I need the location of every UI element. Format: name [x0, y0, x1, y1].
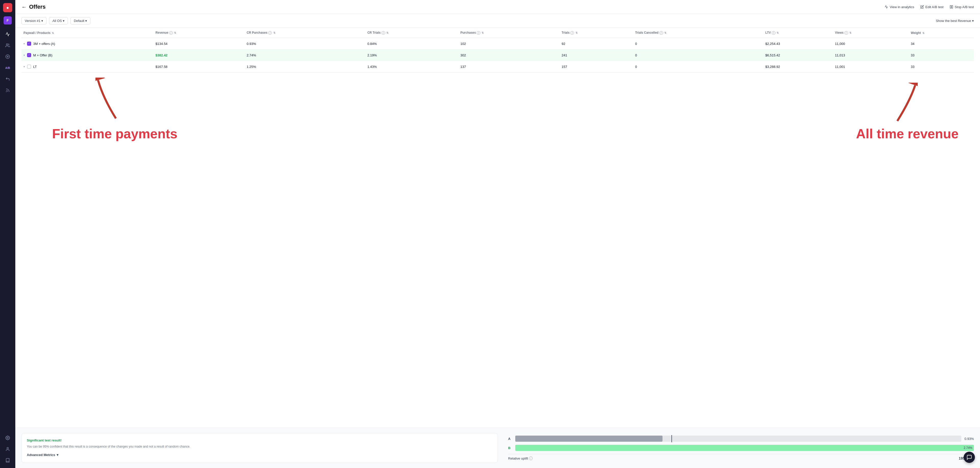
sidebar-user-icon[interactable]	[3, 444, 12, 454]
cr-trials-cell: 1.43%	[365, 61, 458, 72]
sidebar-gear-icon[interactable]	[3, 433, 12, 443]
chevron-down-icon: ▾	[57, 453, 59, 457]
stop-ab-test-button[interactable]: Stop A/B test	[950, 5, 974, 9]
weight-cell: 33	[909, 61, 974, 72]
svg-rect-7	[952, 6, 953, 8]
svg-point-2	[6, 55, 10, 59]
info-icon[interactable]: i	[570, 31, 574, 35]
chevron-down-icon: ▾	[41, 19, 43, 23]
bar-a-label: A	[508, 437, 512, 441]
ltv-cell: $2,254.43	[763, 38, 833, 49]
info-icon[interactable]: i	[169, 31, 173, 35]
bar-b-track: 2.74%	[515, 445, 974, 451]
table-row: ▾ M + Offer (B) $382.42 2.74% 2.19% 302 …	[21, 49, 974, 61]
show-best-button[interactable]: Show the best Revenue ▾	[936, 19, 974, 23]
trials-cell: 241	[560, 49, 633, 61]
info-icon[interactable]: i	[529, 457, 533, 460]
stats-card: Significant test result! You can be 95% …	[21, 433, 498, 463]
col-header-trials: Trials i ⇅	[560, 28, 633, 38]
cr-trials-cell: 2.19%	[365, 49, 458, 61]
trials-cell: 157	[560, 61, 633, 72]
info-icon[interactable]: i	[268, 31, 272, 35]
views-cell: 11,000	[833, 38, 908, 49]
os-filter[interactable]: All OS ▾	[49, 17, 68, 24]
sort-icon[interactable]: ⇅	[174, 31, 176, 34]
sort-icon[interactable]: ⇅	[776, 31, 779, 34]
trials-cancelled-cell: 0	[633, 61, 763, 72]
sort-icon[interactable]: ⇅	[273, 31, 275, 34]
info-icon[interactable]: i	[477, 31, 480, 35]
chat-bubble-button[interactable]	[964, 452, 975, 463]
back-button[interactable]: ←	[21, 4, 27, 10]
trials-cancelled-cell: 0	[633, 38, 763, 49]
arrow-left-icon	[95, 78, 126, 124]
stop-icon	[950, 5, 953, 9]
sidebar-settings-circle-icon[interactable]	[3, 52, 12, 61]
sort-icon[interactable]: ⇅	[482, 31, 484, 34]
col-header-name: Paywall / Products ⇅	[21, 28, 153, 38]
purchases-cell: 102	[458, 38, 560, 49]
bar-divider	[671, 435, 672, 442]
sort-icon[interactable]: ⇅	[922, 32, 924, 35]
annotation-area: First time payments All time revenue	[21, 72, 974, 149]
sidebar-undo-icon[interactable]	[3, 75, 12, 84]
svg-point-1	[7, 56, 8, 57]
sidebar-users-icon[interactable]	[3, 41, 12, 50]
row-checkbox[interactable]	[27, 53, 31, 57]
user-avatar[interactable]: F	[3, 16, 12, 24]
svg-rect-6	[950, 6, 951, 8]
info-icon[interactable]: i	[845, 31, 848, 35]
info-icon[interactable]: i	[659, 31, 663, 35]
sort-icon[interactable]: ⇅	[664, 31, 667, 34]
sidebar-analytics-icon[interactable]	[3, 30, 12, 39]
trials-cell: 92	[560, 38, 633, 49]
sort-icon[interactable]: ⇅	[850, 31, 851, 34]
sort-icon[interactable]: ⇅	[52, 32, 54, 35]
bottom-section: Significant test result! You can be 95% …	[15, 428, 980, 468]
sidebar-rss-icon[interactable]	[3, 86, 12, 95]
svg-point-5	[7, 447, 8, 449]
ltv-cell: $3,288.92	[763, 61, 833, 72]
sidebar-book-icon[interactable]	[3, 456, 12, 465]
bar-row-b: B 2.74%	[508, 445, 974, 451]
chevron-down-icon: ▾	[63, 19, 65, 23]
edit-ab-test-button[interactable]: Edit A/B test	[920, 5, 943, 9]
default-filter[interactable]: Default ▾	[70, 17, 90, 24]
info-icon[interactable]: i	[382, 31, 385, 35]
row-name: 3M + offers (A)	[33, 42, 55, 46]
expand-chevron[interactable]: ▾	[24, 65, 25, 68]
purchases-cell: 302	[458, 49, 560, 61]
revenue-cell: $167.58	[153, 61, 245, 72]
info-icon[interactable]: i	[772, 31, 775, 35]
sort-icon[interactable]: ⇅	[576, 31, 578, 34]
row-name-cell: ▾ 3M + offers (A)	[24, 41, 151, 46]
bar-a-track	[515, 436, 961, 442]
version-filter[interactable]: Version #1 ▾	[21, 17, 46, 24]
sort-icon[interactable]: ⇅	[387, 31, 388, 34]
row-checkbox[interactable]	[27, 41, 31, 46]
cr-purchases-cell: 1.25%	[245, 61, 366, 72]
col-header-purchases: Purchases i ⇅	[458, 28, 560, 38]
svg-point-3	[6, 92, 6, 92]
advanced-metrics-button[interactable]: Advanced Metrics ▾	[27, 453, 493, 457]
bar-chart-section: A 0.93% B 2.74% Relative uplift	[508, 433, 974, 463]
views-cell: 11,013	[833, 49, 908, 61]
expand-chevron[interactable]: ▾	[24, 42, 25, 45]
view-analytics-button[interactable]: View in analytics	[885, 5, 914, 9]
views-cell: 11,001	[833, 61, 908, 72]
cr-purchases-cell: 0.93%	[245, 38, 366, 49]
chevron-down-icon: ▾	[85, 19, 87, 23]
col-header-weight: Weight ⇅	[909, 28, 974, 38]
app-logo: ●	[3, 3, 12, 12]
expand-chevron[interactable]: ▾	[24, 54, 25, 57]
table-row: ▾ 3M + offers (A) $134.54 0.93% 0.84% 10…	[21, 38, 974, 49]
col-header-cr-trials: CR Trials i ⇅	[365, 28, 458, 38]
row-name: LT	[33, 65, 37, 68]
col-header-revenue: Revenue i ⇅	[153, 28, 245, 38]
chart-line-icon	[885, 5, 888, 9]
sidebar-ab-test-icon[interactable]: A/B	[3, 63, 12, 72]
relative-uplift-row: Relative uplift i 195.73 %	[508, 454, 974, 460]
main-content: ← Offers View in analytics Edit A/B test…	[15, 0, 980, 468]
page-title: Offers	[29, 3, 46, 10]
row-checkbox[interactable]	[27, 65, 31, 68]
